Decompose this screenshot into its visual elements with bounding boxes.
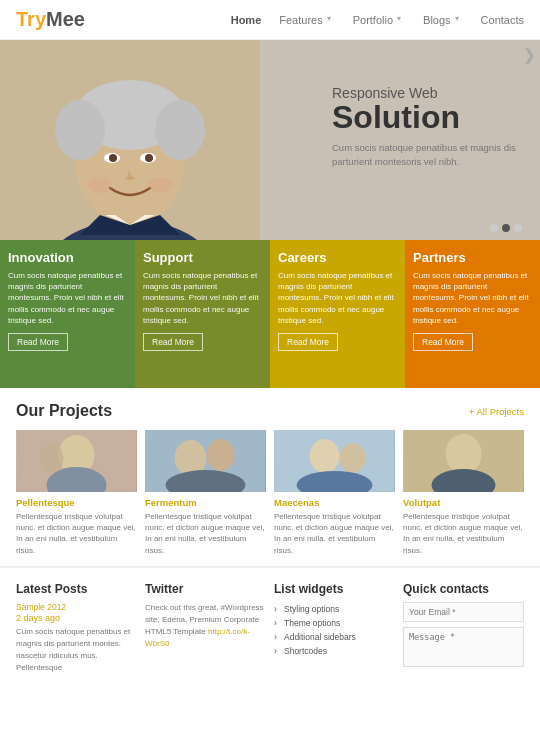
project-desc-4: Pellentesque tristique volutpat nunc. et… bbox=[403, 511, 524, 556]
svg-point-9 bbox=[145, 154, 153, 162]
svg-point-15 bbox=[40, 443, 64, 473]
svg-point-22 bbox=[340, 443, 366, 473]
feature-partners-text: Cum socis natoque penatibus et magnis di… bbox=[413, 270, 532, 326]
all-projects-link[interactable]: + All Projects bbox=[469, 406, 524, 417]
post-text: Cum socis natoque penatibus et magnis di… bbox=[16, 626, 137, 674]
list-widgets-col: List widgets ›Styling options ›Theme opt… bbox=[274, 582, 403, 674]
feature-support-text: Cum socis natoque penatibus et magnis di… bbox=[143, 270, 262, 326]
feature-careers-btn[interactable]: Read More bbox=[278, 333, 338, 351]
twitter-col: Twitter Check out this great, #Wordpress… bbox=[145, 582, 274, 674]
header: TryMee Home Features▾ Portfolio▾ Blogs▾ … bbox=[0, 0, 540, 40]
project-thumb-1 bbox=[16, 430, 137, 492]
list-widgets-title: List widgets bbox=[274, 582, 395, 596]
projects-header: Our Projects + All Projects bbox=[16, 402, 524, 420]
project-item-2: Fermentum Pellentesque tristique volutpa… bbox=[145, 430, 266, 556]
svg-point-11 bbox=[148, 177, 172, 193]
widget-item-3[interactable]: ›Shortcodes bbox=[274, 644, 395, 658]
feature-innovation-title: Innovation bbox=[8, 250, 127, 265]
project-item-4: Volutpat Pellentesque tristique volutpat… bbox=[403, 430, 524, 556]
main-nav: Home Features▾ Portfolio▾ Blogs▾ Contact… bbox=[231, 14, 524, 26]
features-arrow: ▾ bbox=[327, 14, 331, 26]
feature-partners-title: Partners bbox=[413, 250, 532, 265]
svg-point-8 bbox=[109, 154, 117, 162]
post-date: Sample 2012 bbox=[16, 602, 137, 612]
svg-point-4 bbox=[55, 100, 105, 160]
nav-blogs[interactable]: Blogs bbox=[423, 14, 451, 26]
logo-try: Try bbox=[16, 8, 46, 30]
portfolio-arrow: ▾ bbox=[397, 14, 401, 26]
nav-contacts[interactable]: Contacts bbox=[481, 14, 524, 26]
feature-boxes: Innovation Cum socis natoque penatibus e… bbox=[0, 240, 540, 388]
dot-3[interactable] bbox=[514, 224, 522, 232]
bottom-section: Latest Posts Sample 2012 2 days ago Cum … bbox=[0, 566, 540, 688]
message-input[interactable] bbox=[403, 627, 524, 667]
nav-features[interactable]: Features bbox=[279, 14, 322, 26]
projects-section: Our Projects + All Projects Pellentesque… bbox=[0, 388, 540, 566]
project-thumb-4 bbox=[403, 430, 524, 492]
project-grid: Pellentesque Pellentesque tristique volu… bbox=[16, 430, 524, 556]
project-desc-2: Pellentesque tristique volutpat nunc. et… bbox=[145, 511, 266, 556]
latest-posts-col: Latest Posts Sample 2012 2 days ago Cum … bbox=[16, 582, 145, 674]
twitter-title: Twitter bbox=[145, 582, 266, 596]
project-thumb-3 bbox=[274, 430, 395, 492]
quick-contacts-title: Quick contacts bbox=[403, 582, 524, 596]
project-thumb-2 bbox=[145, 430, 266, 492]
svg-point-25 bbox=[446, 434, 482, 474]
feature-support: Support Cum socis natoque penatibus et m… bbox=[135, 240, 270, 388]
dot-2[interactable] bbox=[502, 224, 510, 232]
project-title-4[interactable]: Volutpat bbox=[403, 497, 524, 508]
logo[interactable]: TryMee bbox=[16, 8, 85, 31]
widget-item-0[interactable]: ›Styling options bbox=[274, 602, 395, 616]
project-title-3[interactable]: Maecenas bbox=[274, 497, 395, 508]
widget-list: ›Styling options ›Theme options ›Additio… bbox=[274, 602, 395, 658]
hero-dots bbox=[490, 224, 522, 232]
twitter-text: Check out this great, #Wordpress site, E… bbox=[145, 602, 266, 650]
hero-content: Responsive Web Solution Cum socis natoqu… bbox=[332, 85, 522, 170]
nav-home[interactable]: Home bbox=[231, 14, 262, 26]
feature-innovation-btn[interactable]: Read More bbox=[8, 333, 68, 351]
project-desc-1: Pellentesque tristique volutpat nunc. et… bbox=[16, 511, 137, 556]
svg-point-18 bbox=[207, 439, 235, 471]
feature-partners-btn[interactable]: Read More bbox=[413, 333, 473, 351]
dot-1[interactable] bbox=[490, 224, 498, 232]
feature-support-title: Support bbox=[143, 250, 262, 265]
feature-careers-text: Cum socis natoque penatibus et magnis di… bbox=[278, 270, 397, 326]
project-title-2[interactable]: Fermentum bbox=[145, 497, 266, 508]
nav-portfolio[interactable]: Portfolio bbox=[353, 14, 393, 26]
widget-item-2[interactable]: ›Additional sidebars bbox=[274, 630, 395, 644]
project-item-1: Pellentesque Pellentesque tristique volu… bbox=[16, 430, 137, 556]
hero-desc: Cum socis natoque penatibus et magnis di… bbox=[332, 141, 522, 170]
svg-point-5 bbox=[155, 100, 205, 160]
feature-partners: Partners Cum socis natoque penatibus et … bbox=[405, 240, 540, 388]
feature-careers-title: Careers bbox=[278, 250, 397, 265]
project-title-1[interactable]: Pellentesque bbox=[16, 497, 137, 508]
feature-careers: Careers Cum socis natoque penatibus et m… bbox=[270, 240, 405, 388]
email-input[interactable] bbox=[403, 602, 524, 622]
feature-support-btn[interactable]: Read More bbox=[143, 333, 203, 351]
blogs-arrow: ▾ bbox=[455, 14, 459, 26]
hero-next-arrow[interactable]: ❮ bbox=[523, 48, 536, 67]
hero-image bbox=[0, 40, 260, 240]
project-item-3: Maecenas Pellentesque tristique volutpat… bbox=[274, 430, 395, 556]
svg-point-21 bbox=[310, 439, 340, 473]
widget-item-1[interactable]: ›Theme options bbox=[274, 616, 395, 630]
feature-innovation-text: Cum socis natoque penatibus et magnis di… bbox=[8, 270, 127, 326]
post-title[interactable]: 2 days ago bbox=[16, 613, 137, 623]
logo-mee: Mee bbox=[46, 8, 85, 30]
feature-innovation: Innovation Cum socis natoque penatibus e… bbox=[0, 240, 135, 388]
svg-point-10 bbox=[88, 177, 112, 193]
hero-section: Responsive Web Solution Cum socis natoqu… bbox=[0, 40, 540, 240]
hero-title: Solution bbox=[332, 101, 522, 133]
project-desc-3: Pellentesque tristique volutpat nunc. et… bbox=[274, 511, 395, 556]
latest-posts-title: Latest Posts bbox=[16, 582, 137, 596]
projects-title: Our Projects bbox=[16, 402, 112, 420]
quick-contacts-col: Quick contacts bbox=[403, 582, 524, 674]
